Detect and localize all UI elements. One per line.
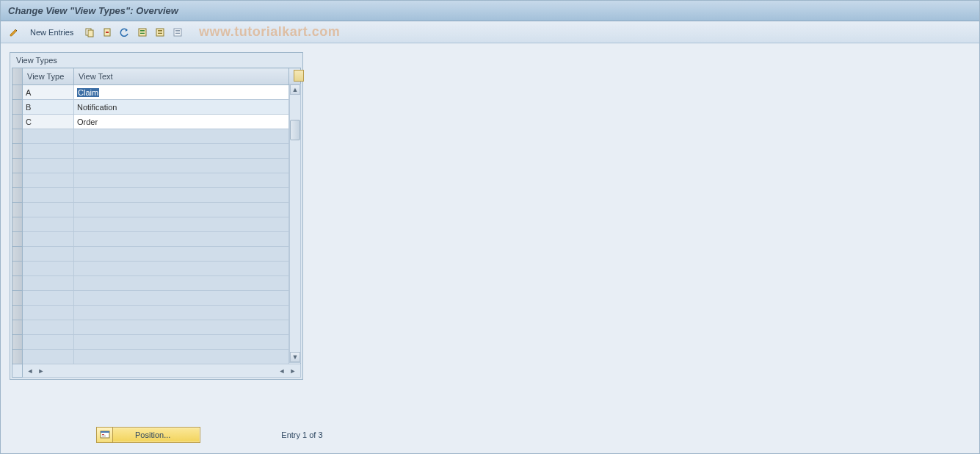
row-selector[interactable] (12, 335, 23, 350)
position-label: Position... (113, 430, 200, 439)
row-selector[interactable] (12, 129, 23, 144)
scroll-down-icon[interactable]: ▼ (290, 352, 300, 362)
row-selector[interactable] (12, 217, 23, 232)
svg-rect-1 (88, 30, 93, 37)
scroll-left-step-icon[interactable]: ◄ (277, 367, 286, 375)
view-text-cell[interactable] (74, 100, 288, 114)
table-row (12, 232, 301, 247)
svg-rect-19 (102, 436, 106, 436)
row-selector[interactable] (12, 188, 23, 203)
column-header-view-type[interactable]: View Type (23, 68, 74, 85)
svg-rect-10 (158, 32, 162, 32)
scroll-up-icon[interactable]: ▲ (290, 84, 300, 95)
title-bar: Change View "View Types": Overview (1, 1, 979, 21)
table-row (12, 247, 301, 262)
table-row (12, 262, 301, 276)
table-row (12, 115, 301, 129)
svg-rect-13 (175, 30, 180, 31)
svg-rect-11 (158, 33, 162, 34)
table-settings-icon (294, 70, 304, 82)
table-row (12, 276, 301, 291)
delete-icon[interactable] (100, 25, 115, 40)
row-selector[interactable] (12, 144, 23, 159)
table-row (12, 320, 301, 335)
view-types-table: View Type View Text Claim ◄ ► (12, 68, 301, 378)
select-block-icon[interactable] (153, 25, 167, 40)
svg-rect-18 (102, 434, 104, 435)
table-row (12, 217, 301, 232)
table-row: Claim (12, 85, 301, 100)
svg-rect-7 (140, 33, 145, 34)
row-selector[interactable] (12, 203, 23, 217)
row-selector[interactable] (12, 262, 23, 276)
view-text-cell[interactable]: Claim (74, 85, 288, 99)
scroll-thumb[interactable] (290, 120, 300, 140)
row-selector[interactable] (12, 291, 23, 306)
svg-rect-17 (101, 431, 109, 433)
table-row (12, 306, 301, 320)
position-button[interactable]: Position... (96, 427, 200, 443)
deselect-all-icon[interactable] (170, 25, 185, 40)
table-settings-button[interactable] (289, 68, 301, 85)
table-row (12, 188, 301, 203)
table-row (12, 100, 301, 115)
row-selector[interactable] (12, 306, 23, 320)
table-row (12, 159, 301, 173)
row-selector[interactable] (12, 100, 23, 115)
table-row (12, 291, 301, 306)
view-type-cell[interactable] (23, 115, 73, 129)
row-selector-header[interactable] (12, 68, 23, 85)
view-type-cell[interactable] (23, 100, 73, 114)
svg-rect-5 (140, 30, 145, 31)
table-row (12, 335, 301, 350)
footer-bar: Position... Entry 1 of 3 (1, 427, 979, 443)
view-text-cell[interactable] (74, 115, 288, 129)
row-selector[interactable] (12, 247, 23, 262)
row-selector[interactable] (12, 159, 23, 173)
view-type-cell[interactable] (23, 85, 73, 99)
new-entries-button[interactable]: New Entries (24, 26, 79, 38)
application-toolbar: New Entries www.tutorialkart.com (1, 21, 979, 43)
view-types-panel: View Types View Type View Text (10, 52, 303, 380)
watermark-text: www.tutorialkart.com (199, 24, 340, 40)
row-selector[interactable] (12, 173, 23, 188)
row-selector[interactable] (12, 85, 23, 100)
row-selector[interactable] (12, 320, 23, 335)
svg-rect-9 (158, 30, 162, 31)
table-row (12, 203, 301, 217)
scroll-left-icon[interactable]: ◄ (26, 367, 35, 375)
horizontal-scrollbar[interactable]: ◄ ► ◄ ► (23, 366, 300, 375)
scroll-right-icon[interactable]: ► (288, 367, 297, 375)
row-selector[interactable] (12, 350, 23, 364)
svg-rect-6 (140, 32, 145, 32)
table-row (12, 129, 301, 144)
table-row (12, 144, 301, 159)
row-selector[interactable] (12, 232, 23, 247)
table-row (12, 350, 301, 364)
svg-rect-15 (175, 33, 180, 34)
row-selector[interactable] (12, 276, 23, 291)
position-icon (97, 428, 113, 442)
toggle-display-change-icon[interactable] (7, 25, 21, 40)
panel-title: View Types (10, 53, 302, 68)
table-row (12, 173, 301, 188)
undo-change-icon[interactable] (117, 25, 132, 40)
row-selector[interactable] (12, 115, 23, 129)
page-title: Change View "View Types": Overview (8, 5, 178, 16)
content-area: View Types View Type View Text (1, 43, 979, 389)
select-all-icon[interactable] (135, 25, 150, 40)
entry-count-label: Entry 1 of 3 (281, 430, 322, 439)
copy-as-icon[interactable] (82, 25, 97, 40)
svg-rect-14 (175, 32, 180, 32)
column-header-view-text[interactable]: View Text (74, 68, 289, 85)
scroll-right-step-icon[interactable]: ► (37, 367, 46, 375)
svg-rect-3 (106, 32, 109, 33)
vertical-scrollbar[interactable]: ▲ ▼ (289, 84, 301, 363)
